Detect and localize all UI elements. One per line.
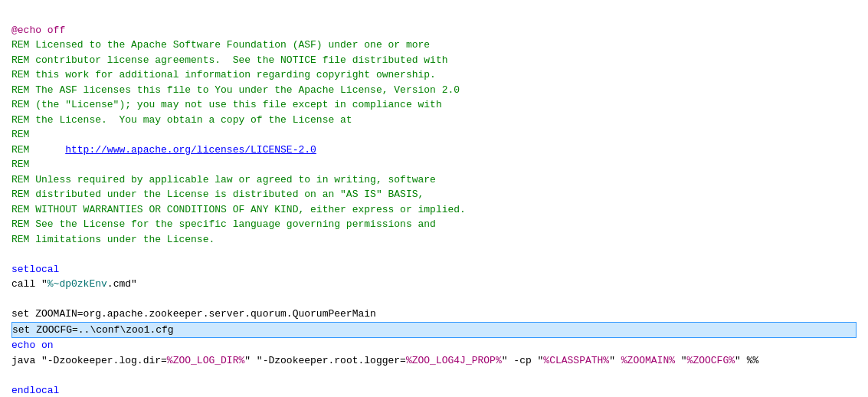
code-token: "	[609, 355, 621, 366]
code-line: REM http://www.apache.org/licenses/LICEN…	[11, 143, 857, 158]
code-line: REM contributor license agreements. See …	[11, 53, 857, 68]
code-token: " -cp "	[502, 355, 544, 366]
code-line	[11, 368, 857, 383]
code-token: endlocal	[11, 385, 59, 396]
code-token: %CLASSPATH%	[543, 355, 609, 366]
code-line: REM distributed under the License is dis…	[11, 187, 857, 202]
code-token: REM The ASF licenses this file to You un…	[11, 84, 460, 96]
code-token: REM Unless required by applicable law or…	[11, 174, 436, 185]
code-token: %~dp0zkEnv	[47, 278, 107, 290]
code-token: REM limitations under the License.	[11, 234, 215, 245]
code-line	[11, 247, 857, 262]
code-token: REM this work for additional information…	[11, 69, 436, 80]
code-token: set ZOOMAIN=org.apache.zookeeper.server.…	[11, 308, 376, 320]
code-line: @echo off	[11, 23, 857, 38]
code-token: %ZOO_LOG4J_PROP%	[406, 355, 502, 366]
code-token: java "-Dzookeeper.log.dir=	[11, 355, 167, 366]
code-line: java "-Dzookeeper.log.dir=%ZOO_LOG_DIR%"…	[11, 353, 857, 369]
code-line: REM this work for additional information…	[11, 67, 857, 83]
code-token: " %%	[735, 355, 758, 366]
code-token: REM	[11, 159, 29, 170]
code-line: REM WITHOUT WARRANTIES OR CONDITIONS OF …	[11, 202, 857, 218]
code-line: REM (the "License"); you may not use thi…	[11, 97, 857, 113]
code-token: REM distributed under the License is dis…	[11, 189, 424, 200]
code-editor: @echo off REM Licensed to the Apache Sof…	[11, 8, 857, 397]
code-token: REM	[11, 129, 29, 140]
code-token: REM See the License for the specific lan…	[11, 218, 436, 230]
code-line: echo on	[11, 338, 857, 353]
code-token: %ZOO_LOG_DIR%	[167, 355, 244, 366]
code-line: set ZOOCFG=..\conf\zoo1.cfg	[11, 322, 857, 339]
code-token: REM (the "License"); you may not use thi…	[11, 99, 442, 110]
code-token: "	[675, 355, 687, 366]
code-line: REM	[11, 127, 857, 143]
code-token: REM WITHOUT WARRANTIES OR CONDITIONS OF …	[11, 204, 466, 215]
code-token: set ZOOCFG=..\conf\zoo1.cfg	[12, 324, 174, 336]
code-line: REM Unless required by applicable law or…	[11, 172, 857, 188]
code-token: echo on	[11, 340, 54, 351]
code-line: REM	[11, 157, 857, 172]
code-token: REM Licensed to the Apache Software Foun…	[11, 39, 430, 51]
code-line: endlocal	[11, 383, 857, 398]
code-token: @echo off	[11, 25, 65, 36]
code-line: REM The ASF licenses this file to You un…	[11, 83, 857, 98]
code-line: call "%~dp0zkEnv.cmd"	[11, 277, 857, 292]
license-link[interactable]: http://www.apache.org/licenses/LICENSE-2…	[65, 144, 316, 156]
code-token: " "-Dzookeeper.root.logger=	[244, 355, 406, 366]
code-token: call "	[11, 278, 47, 290]
code-line	[11, 292, 857, 307]
code-line: setlocal	[11, 262, 857, 277]
code-token: REM	[11, 144, 65, 156]
code-token: setlocal	[11, 264, 59, 275]
code-line: REM the License. You may obtain a copy o…	[11, 113, 857, 128]
code-line: set ZOOMAIN=org.apache.zookeeper.server.…	[11, 307, 857, 322]
code-token: REM the License. You may obtain a copy o…	[11, 114, 352, 126]
code-token: REM contributor license agreements. See …	[11, 54, 448, 66]
code-line: REM limitations under the License.	[11, 232, 857, 248]
code-line: REM See the License for the specific lan…	[11, 217, 857, 232]
code-token: %ZOOCFG%	[687, 355, 735, 366]
code-token: %ZOOMAIN%	[621, 355, 675, 366]
code-line: REM Licensed to the Apache Software Foun…	[11, 38, 857, 53]
code-token: .cmd"	[107, 278, 137, 290]
